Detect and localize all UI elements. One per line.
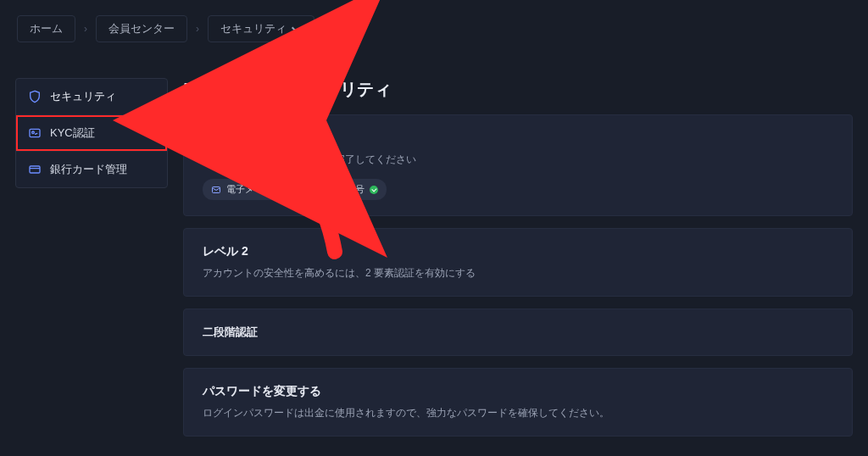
breadcrumb-sep-icon: › [196,23,199,35]
breadcrumb: ホーム › 会員センター › セキュリティ [0,0,868,53]
badge-email: 電子メール [203,179,295,200]
level1-card: レベル 1 アカウントの確認プロセスを完了してください 電子メール 電話番号 [183,114,853,216]
mail-icon [211,185,221,195]
breadcrumb-member-center[interactable]: 会員センター [96,15,187,42]
password-change-title: パスワードを変更する [203,384,833,399]
sidebar-item-label: セキュリティ [50,89,116,104]
page-title: アカウントのセキュリティ [183,78,853,101]
id-card-icon [28,126,42,140]
password-change-card[interactable]: パスワードを変更する ログインパスワードは出金に使用されますので、強力なパスワー… [183,368,853,437]
credit-card-icon [28,163,42,176]
sidebar-item-security[interactable]: セキュリティ [16,79,167,115]
sidebar-item-bank-card[interactable]: 銀行カード管理 [16,152,167,187]
check-icon [278,186,287,194]
breadcrumb-current-label: セキュリティ [220,21,287,36]
badge-phone-label: 電話番号 [327,183,364,196]
phone-icon [312,185,322,195]
check-icon [370,186,378,194]
two-factor-title: 二段階認証 [203,325,258,338]
level1-desc: アカウントの確認プロセスを完了してください [203,153,833,167]
svg-rect-2 [30,166,40,173]
main-content: アカウントのセキュリティ レベル 1 アカウントの確認プロセスを完了してください… [183,78,853,448]
level2-card: レベル 2 アカウントの安全性を高めるには、2 要素認証を有効にする [183,228,853,297]
chevron-down-icon [292,21,303,33]
level1-badges: 電子メール 電話番号 [203,179,833,200]
breadcrumb-sep-icon: › [84,23,87,35]
breadcrumb-home[interactable]: ホーム [17,15,75,42]
two-factor-card[interactable]: 二段階認証 [183,309,853,356]
badge-phone: 電話番号 [303,179,387,200]
level1-title: レベル 1 [203,131,833,146]
password-change-desc: ログインパスワードは出金に使用されますので、強力なパスワードを確保してください。 [203,406,833,420]
sidebar-item-label: 銀行カード管理 [50,162,127,177]
svg-point-1 [32,131,35,134]
breadcrumb-current[interactable]: セキュリティ [208,15,314,42]
sidebar-item-label: KYC認証 [50,125,95,141]
badge-email-label: 電子メール [226,183,273,196]
svg-rect-0 [30,129,40,136]
sidebar-item-kyc[interactable]: KYC認証 [16,115,167,152]
level2-desc: アカウントの安全性を高めるには、2 要素認証を有効にする [203,266,833,281]
shield-icon [28,90,42,103]
sidebar: セキュリティ KYC認証 銀行カード管理 [15,78,168,188]
level2-title: レベル 2 [203,244,833,259]
